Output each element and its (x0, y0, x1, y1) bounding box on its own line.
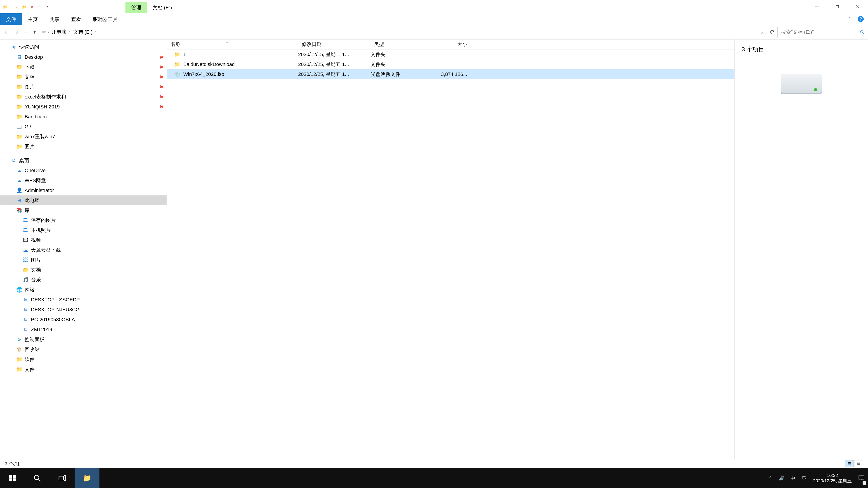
label: DESKTOP-LSSOEDP (31, 297, 80, 303)
close-button[interactable] (847, 0, 868, 13)
label: 图片 (25, 84, 35, 90)
details-view-button[interactable]: ☰ (845, 460, 854, 467)
tray-chevron-icon[interactable]: ⌃ (765, 468, 776, 488)
sidebar-item-downloads[interactable]: 📁下载📌 (0, 62, 166, 72)
sidebar-item-desktop[interactable]: 🖥Desktop📌 (0, 52, 166, 62)
sidebar-desktop2[interactable]: 🖥桌面 (0, 156, 166, 166)
label: 此电脑 (25, 197, 39, 204)
chevron-right-icon[interactable]: › (95, 30, 96, 34)
label: 软件 (25, 356, 35, 363)
sidebar-localpics[interactable]: 🖼本机照片 (0, 225, 166, 235)
undo-icon[interactable]: ↶ (36, 4, 43, 10)
sidebar-music[interactable]: 🎵音乐 (0, 275, 166, 285)
ime-indicator[interactable]: 中 (787, 468, 799, 488)
maximize-button[interactable] (827, 0, 847, 13)
sidebar-files[interactable]: 📁文件 (0, 364, 166, 375)
forward-button[interactable] (12, 27, 22, 37)
clock[interactable]: 16:32 2020/12/25, 星期五 (810, 473, 855, 484)
search-button[interactable] (25, 468, 50, 488)
col-date[interactable]: 修改日期 (298, 41, 370, 48)
col-name[interactable]: 名称⌃ (167, 41, 298, 48)
sidebar-library[interactable]: 📚库 (0, 205, 166, 215)
table-row[interactable]: 📁BaiduNetdiskDownload2020/12/25, 星期五 1..… (167, 59, 735, 69)
navigation-pane[interactable]: ★快速访问 🖥Desktop📌 📁下载📌 📁文档📌 📁图片📌 📁excel表格制… (0, 39, 167, 459)
label: 文件 (25, 366, 35, 373)
sidebar-item-g[interactable]: 🖴G:\ (0, 122, 166, 132)
ribbon-chevron-icon[interactable]: ⌃ (847, 16, 851, 22)
sidebar-network[interactable]: 🌐网络 (0, 285, 166, 295)
table-row[interactable]: 📁12020/12/15, 星期二 1...文件夹 (167, 50, 735, 59)
sidebar-onedrive[interactable]: ☁OneDrive (0, 166, 166, 175)
control-panel-icon: ⚙ (16, 336, 22, 343)
file-tab[interactable]: 文件 (0, 13, 22, 25)
sidebar-item-documents[interactable]: 📁文档📌 (0, 72, 166, 82)
security-icon[interactable]: 🛡 (799, 468, 810, 488)
breadcrumb-drive[interactable]: 文档 (E:) (72, 28, 94, 36)
file-date: 2020/12/25, 星期五 1... (298, 61, 370, 68)
user-icon: 👤 (16, 187, 22, 194)
new-folder-icon[interactable]: 📁 (21, 4, 27, 10)
sidebar-item-bandicam[interactable]: 📁Bandicam (0, 112, 166, 122)
sidebar-item-win7[interactable]: 📁win7重装win7 (0, 132, 166, 142)
thumbnails-view-button[interactable]: ▦ (854, 460, 863, 467)
up-button[interactable] (30, 27, 39, 37)
taskbar[interactable]: 📁 ⌃ 🔊 中 🛡 16:32 2020/12/25, 星期五 3 (0, 468, 868, 488)
col-type[interactable]: 类型 (370, 41, 431, 48)
chevron-right-icon[interactable]: › (69, 30, 70, 34)
delete-icon[interactable]: ✕ (29, 4, 35, 10)
col-size[interactable]: 大小 (431, 41, 471, 48)
file-list[interactable]: 名称⌃ 修改日期 类型 大小 📁12020/12/15, 星期二 1...文件夹… (167, 39, 735, 459)
sidebar-doc2[interactable]: 📁文档 (0, 265, 166, 275)
home-tab[interactable]: 主页 (22, 13, 43, 25)
app-icon: 📁 (2, 4, 8, 10)
label: YUNQISHI2019 (25, 104, 60, 110)
back-button[interactable] (1, 27, 11, 37)
sidebar-soft[interactable]: 📁软件 (0, 355, 166, 364)
sidebar-pc1[interactable]: 🖥DESKTOP-LSSOEDP (0, 295, 166, 305)
action-center-button[interactable]: 3 (855, 468, 868, 488)
sidebar-item-excel[interactable]: 📁excel表格制作求和📌 (0, 92, 166, 102)
sidebar-recycle[interactable]: 🗑回收站 (0, 345, 166, 355)
address-dropdown-icon[interactable]: ⌄ (757, 29, 767, 35)
sidebar-pic3[interactable]: 🖼图片 (0, 255, 166, 265)
minimize-button[interactable] (807, 0, 827, 13)
sidebar-controlpanel[interactable]: ⚙控制面板 (0, 335, 166, 345)
sidebar-admin[interactable]: 👤Administrator (0, 186, 166, 195)
sidebar-tianyi[interactable]: ☁天翼云盘下载 (0, 245, 166, 255)
sidebar-pc4[interactable]: 🖥ZMT2019 (0, 325, 166, 335)
breadcrumb-thispc[interactable]: 此电脑 (50, 28, 68, 36)
share-tab[interactable]: 共享 (43, 13, 65, 25)
sidebar-item-pictures2[interactable]: 📁图片 (0, 142, 166, 152)
refresh-button[interactable] (767, 27, 777, 37)
sidebar-wps[interactable]: ☁WPS网盘 (0, 175, 166, 186)
view-tab[interactable]: 查看 (65, 13, 87, 25)
taskview-button[interactable] (50, 468, 74, 488)
sidebar-thispc[interactable]: 🖥此电脑 (0, 195, 166, 205)
volume-icon[interactable]: 🔊 (776, 468, 787, 488)
rows-container: 📁12020/12/15, 星期二 1...文件夹📁BaiduNetdiskDo… (167, 50, 735, 79)
manage-tab[interactable]: 管理 (125, 2, 147, 13)
sidebar-pc2[interactable]: 🖥DESKTOP-NJEU3CG (0, 305, 166, 315)
explorer-taskbar-button[interactable]: 📁 (74, 468, 99, 488)
search-input[interactable]: 搜索"文档 (E:)" (777, 27, 868, 37)
search-icon[interactable] (860, 30, 865, 35)
drive-tools-tab[interactable]: 驱动器工具 (87, 13, 124, 25)
start-button[interactable] (0, 468, 25, 488)
properties-icon[interactable]: ✓ (13, 4, 20, 10)
recent-dropdown-icon[interactable]: ⌄ (23, 27, 29, 37)
table-row[interactable]: 💿Win7x64_2020.iso2020/12/25, 星期五 1...光盘映… (167, 69, 735, 79)
sidebar-pc3[interactable]: 🖥PC-20190530OBLA (0, 315, 166, 325)
sidebar-video[interactable]: 🎞视频 (0, 235, 166, 245)
window-buttons (807, 0, 868, 13)
help-icon[interactable]: ? (858, 16, 864, 22)
breadcrumb[interactable]: 🖴 › 此电脑 › 文档 (E:) › (41, 28, 96, 36)
chevron-right-icon[interactable]: › (48, 30, 49, 34)
sidebar-item-yunqishi[interactable]: 📁YUNQISHI2019📌 (0, 102, 166, 112)
label: 网络 (25, 287, 35, 293)
pin-icon: 📌 (157, 103, 164, 110)
sidebar-item-pictures[interactable]: 📁图片📌 (0, 82, 166, 92)
qat-dropdown-icon[interactable]: ▾ (44, 4, 51, 10)
sidebar-quick-access[interactable]: ★快速访问 (0, 42, 166, 52)
sidebar-savedpics[interactable]: 🖼保存的图片 (0, 215, 166, 225)
column-headers[interactable]: 名称⌃ 修改日期 类型 大小 (167, 39, 735, 50)
